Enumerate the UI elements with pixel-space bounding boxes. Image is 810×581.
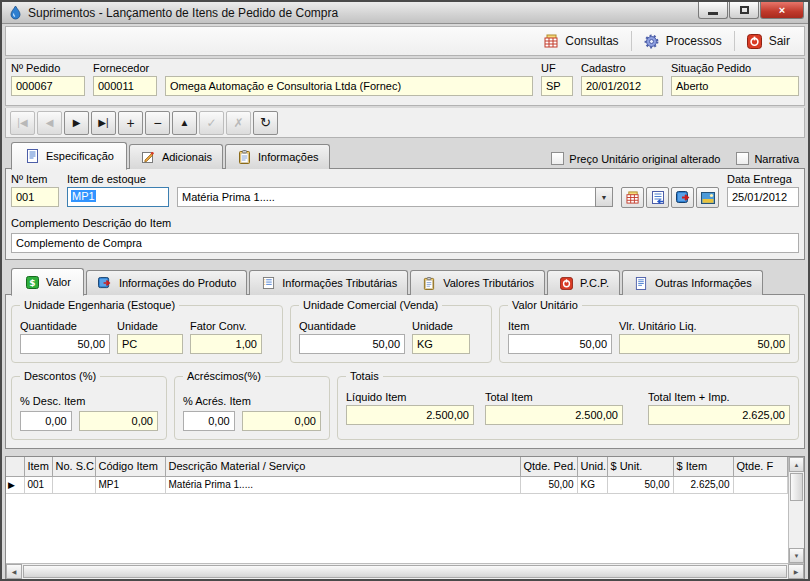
table-row[interactable]: ▶ 001 MP1 Matéria Prima 1..... 50,00 KG … <box>6 476 787 493</box>
preco-alterado-checkbox[interactable] <box>551 152 564 165</box>
fornecedor-name-spacer <box>165 62 533 74</box>
scroll-down-icon[interactable]: ▼ <box>789 548 804 563</box>
desc-item-pct-field[interactable]: 0,00 <box>20 411 72 431</box>
cadastro-field[interactable]: 20/01/2012 <box>581 76 663 96</box>
uf-field[interactable]: SP <box>541 76 573 96</box>
liquido-item-field[interactable]: 2.500,00 <box>346 405 474 425</box>
cell-no-sc[interactable] <box>52 476 95 493</box>
fornecedor-name-field[interactable]: Omega Automação e Consultoria Ltda (Forn… <box>165 76 533 96</box>
item-descricao-combo[interactable]: Matéria Prima 1..... ▼ <box>177 187 613 208</box>
close-button[interactable]: × <box>760 2 804 19</box>
vertical-scrollbar[interactable]: ▲ ▼ <box>788 457 804 563</box>
fornecedor-code-field[interactable]: 000011 <box>93 76 157 96</box>
nav-last-button[interactable]: ▶| <box>91 111 116 135</box>
tab-adicionais[interactable]: Adicionais <box>129 144 223 169</box>
processos-button[interactable]: Processos <box>634 30 732 52</box>
quantidade-estoque-field[interactable]: 50,00 <box>20 334 110 354</box>
horizontal-scrollbar[interactable]: ◀ ▶ <box>6 563 804 579</box>
col-valor-item[interactable]: $ Item <box>673 457 733 476</box>
items-grid[interactable]: Item No. S.C. Código Item Descrição Mate… <box>5 456 805 580</box>
tab-valor[interactable]: $ Valor <box>11 268 84 296</box>
situacao-field[interactable]: Aberto <box>671 76 799 96</box>
acres-item-valor-field[interactable]: 0,00 <box>242 411 321 431</box>
table-grid-icon <box>543 33 559 49</box>
nav-refresh-button[interactable]: ↻ <box>253 111 278 135</box>
cell-descricao[interactable]: Matéria Prima 1..... <box>165 476 520 493</box>
nav-post-button[interactable]: ✓ <box>199 111 224 135</box>
scroll-right-icon[interactable]: ▶ <box>788 564 804 579</box>
col-qtde-f[interactable]: Qtde. F <box>733 457 787 476</box>
valor-item-field[interactable]: 50,00 <box>508 334 612 354</box>
nav-insert-button[interactable]: + <box>118 111 143 135</box>
cell-qtde-f[interactable] <box>733 476 787 493</box>
cell-codigo[interactable]: MP1 <box>95 476 165 493</box>
valor-item-label: Item <box>508 320 612 332</box>
maximize-button[interactable] <box>729 2 759 19</box>
scroll-up-icon[interactable]: ▲ <box>789 457 804 472</box>
acres-item-pct-field[interactable]: 0,00 <box>183 411 235 431</box>
item-image-button[interactable] <box>696 187 719 208</box>
col-qtde-ped[interactable]: Qtde. Ped. <box>520 457 577 476</box>
tab-informacoes-produto-label: Informações do Produto <box>119 277 236 289</box>
total-item-imp-field[interactable]: 2.625,00 <box>648 405 790 425</box>
cell-qtde-ped[interactable]: 50,00 <box>520 476 577 493</box>
complemento-field[interactable]: Complemento de Compra <box>11 233 799 253</box>
item-estoque-field[interactable]: MP1 <box>67 187 169 207</box>
vlr-unitario-liq-field[interactable]: 50,00 <box>619 334 790 354</box>
data-entrega-label: Data Entrega <box>727 173 799 185</box>
pedido-field[interactable]: 000067 <box>11 76 85 96</box>
cell-valor-item[interactable]: 2.625,00 <box>673 476 733 493</box>
nav-cancel-button[interactable]: ✗ <box>226 111 251 135</box>
cell-item[interactable]: 001 <box>24 476 52 493</box>
fator-conv-field[interactable]: 1,00 <box>190 334 262 354</box>
tab-informacoes[interactable]: Informações <box>225 144 330 169</box>
minimize-icon <box>708 12 718 15</box>
tab-outras-informacoes[interactable]: Outras Informações <box>622 270 763 295</box>
nav-first-button[interactable]: |◀ <box>10 111 35 135</box>
item-detail-button[interactable] <box>646 187 669 208</box>
quantidade-venda-field[interactable]: 50,00 <box>299 334 405 354</box>
item-product-button[interactable] <box>671 187 694 208</box>
tab-informacoes-tributarias[interactable]: Informações Tributárias <box>249 270 408 295</box>
valor-tabstrip: $ Valor Informações do Produto Informaçõ… <box>5 266 805 295</box>
item-descricao-field[interactable]: Matéria Prima 1..... <box>177 187 595 207</box>
unidade-estoque-field[interactable]: PC <box>117 334 183 354</box>
minimize-button[interactable] <box>698 2 728 19</box>
tab-pcp[interactable]: P.C.P. <box>547 270 620 295</box>
tab-informacoes-produto[interactable]: Informações do Produto <box>86 270 247 295</box>
tab-especificacao[interactable]: Especificação <box>11 142 127 170</box>
cell-unid[interactable]: KG <box>577 476 607 493</box>
especificacao-panel: Nº Item 001 Item de estoque MP1 Matéria … <box>5 169 805 260</box>
nav-delete-button[interactable]: − <box>145 111 170 135</box>
nav-edit-button[interactable]: ▲ <box>172 111 197 135</box>
nav-next-button[interactable]: ▶ <box>64 111 89 135</box>
col-descricao[interactable]: Descrição Material / Serviço <box>165 457 520 476</box>
consultas-button[interactable]: Consultas <box>533 30 628 52</box>
sair-button[interactable]: Sair <box>737 30 800 52</box>
cell-unit[interactable]: 50,00 <box>607 476 673 493</box>
tab-adicionais-label: Adicionais <box>162 151 212 163</box>
total-item-field[interactable]: 2.500,00 <box>485 405 623 425</box>
unidade-engenharia-group: Unidade Engenharia (Estoque) Quantidade … <box>11 305 283 363</box>
title-bar[interactable]: Suprimentos - Lançamento de Itens de Ped… <box>2 2 808 24</box>
tab-especificacao-label: Especificação <box>46 150 114 162</box>
desc-item-valor-field[interactable]: 0,00 <box>79 411 158 431</box>
tab-valores-tributarios-label: Valores Tributários <box>443 277 534 289</box>
horizontal-scrollbar-thumb[interactable] <box>23 565 787 578</box>
scroll-left-icon[interactable]: ◀ <box>6 564 22 579</box>
num-item-field[interactable]: 001 <box>11 187 59 207</box>
col-item[interactable]: Item <box>24 457 52 476</box>
unidade-venda-field[interactable]: KG <box>412 334 470 354</box>
data-entrega-field[interactable]: 25/01/2012 <box>727 187 799 207</box>
vertical-scrollbar-thumb[interactable] <box>790 473 803 501</box>
narrativa-checkbox[interactable] <box>736 152 749 165</box>
chevron-down-icon[interactable]: ▼ <box>595 187 613 207</box>
col-codigo-item[interactable]: Código Item <box>95 457 165 476</box>
tab-valores-tributarios[interactable]: Valores Tributários <box>410 270 545 295</box>
item-lookup-button[interactable] <box>621 187 644 208</box>
nav-prior-button[interactable]: ◀ <box>37 111 62 135</box>
col-no-sc[interactable]: No. S.C. <box>52 457 95 476</box>
col-unid[interactable]: Unid. <box>577 457 607 476</box>
row-selector-icon: ▶ <box>6 476 24 493</box>
col-unit[interactable]: $ Unit. <box>607 457 673 476</box>
